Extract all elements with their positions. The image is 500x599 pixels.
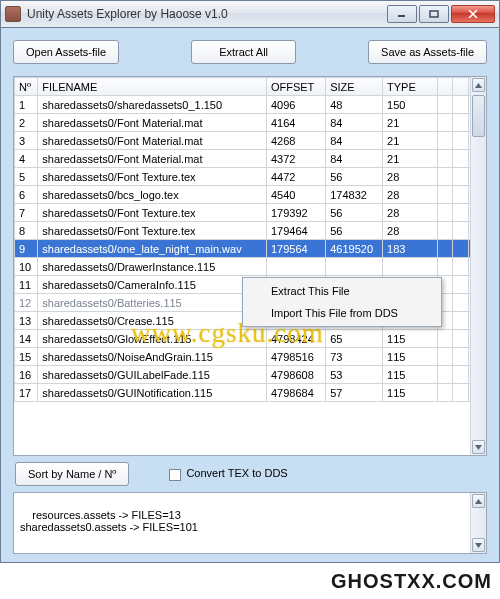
table-row[interactable]: 5sharedassets0/Font Texture.tex44725628: [15, 168, 484, 186]
cell-f: sharedassets0/sharedassets0_1.150: [38, 96, 267, 114]
context-menu: Extract This File Import This File from …: [242, 277, 442, 327]
cell-n: 9: [15, 240, 38, 258]
open-assets-label: Open Assets-file: [26, 46, 106, 58]
log-scrollbar[interactable]: [470, 493, 486, 553]
cell-f: sharedassets0/GUINotification.115: [38, 384, 267, 402]
cell-o: 4798516: [266, 348, 325, 366]
file-grid-scroll[interactable]: Nº FILENAME OFFSET SIZE TYPE 1sharedasse…: [14, 77, 486, 455]
maximize-button[interactable]: [419, 5, 449, 23]
cell-t: 28: [383, 204, 438, 222]
col-filename[interactable]: FILENAME: [38, 78, 267, 96]
cell-t: 28: [383, 222, 438, 240]
cell-n: 2: [15, 114, 38, 132]
cell-extra: [437, 96, 452, 114]
col-size[interactable]: SIZE: [326, 78, 383, 96]
cell-s: 48: [326, 96, 383, 114]
log-scroll-down[interactable]: [472, 538, 485, 552]
cell-n: 14: [15, 330, 38, 348]
log-scroll-up[interactable]: [472, 494, 485, 508]
cell-extra: [453, 330, 468, 348]
scroll-down-button[interactable]: [472, 440, 485, 454]
file-grid: Nº FILENAME OFFSET SIZE TYPE 1sharedasse…: [13, 76, 487, 456]
open-assets-button[interactable]: Open Assets-file: [13, 40, 119, 64]
grid-scrollbar[interactable]: [470, 77, 486, 455]
table-row[interactable]: 7sharedassets0/Font Texture.tex179392562…: [15, 204, 484, 222]
cell-o: 4798684: [266, 384, 325, 402]
col-offset[interactable]: OFFSET: [266, 78, 325, 96]
cell-o: 4164: [266, 114, 325, 132]
cell-o: [266, 258, 325, 276]
cell-o: 4798424: [266, 330, 325, 348]
minimize-button[interactable]: [387, 5, 417, 23]
extract-all-button[interactable]: Extract All: [191, 40, 296, 64]
window-controls: [387, 5, 495, 23]
table-row[interactable]: 10sharedassets0/DrawerInstance.115: [15, 258, 484, 276]
table-row[interactable]: 14sharedassets0/GlowEffect.1154798424651…: [15, 330, 484, 348]
col-num[interactable]: Nº: [15, 78, 38, 96]
cell-o: 4472: [266, 168, 325, 186]
convert-checkbox[interactable]: [169, 469, 181, 481]
table-row[interactable]: 15sharedassets0/NoiseAndGrain.1154798516…: [15, 348, 484, 366]
cell-s: 56: [326, 204, 383, 222]
cell-s: 4619520: [326, 240, 383, 258]
cell-s: 57: [326, 384, 383, 402]
options-row: Sort by Name / Nº Convert TEX to DDS: [15, 462, 485, 486]
cell-n: 6: [15, 186, 38, 204]
svg-rect-1: [430, 11, 438, 17]
extract-all-label: Extract All: [219, 46, 268, 58]
scroll-up-button[interactable]: [472, 78, 485, 92]
cell-o: 4540: [266, 186, 325, 204]
ctx-import-dds[interactable]: Import This File from DDS: [245, 302, 439, 324]
table-row[interactable]: 8sharedassets0/Font Texture.tex179464562…: [15, 222, 484, 240]
cell-f: sharedassets0/Font Texture.tex: [38, 204, 267, 222]
close-button[interactable]: [451, 5, 495, 23]
ctx-extract-label: Extract This File: [271, 285, 350, 297]
cell-extra: [437, 366, 452, 384]
file-table: Nº FILENAME OFFSET SIZE TYPE 1sharedasse…: [14, 77, 484, 402]
cell-f: sharedassets0/bcs_logo.tex: [38, 186, 267, 204]
cell-f: sharedassets0/Font Material.mat: [38, 132, 267, 150]
cell-extra: [453, 150, 468, 168]
cell-extra: [453, 384, 468, 402]
col-type[interactable]: TYPE: [383, 78, 438, 96]
convert-checkbox-wrap[interactable]: Convert TEX to DDS: [169, 467, 287, 480]
save-as-assets-button[interactable]: Save as Assets-file: [368, 40, 487, 64]
table-row[interactable]: 9sharedassets0/one_late_night_main.wav17…: [15, 240, 484, 258]
log-text: resources.assets -> FILES=13 sharedasset…: [20, 509, 198, 533]
toolbar: Open Assets-file Extract All Save as Ass…: [13, 40, 487, 64]
cell-s: 65: [326, 330, 383, 348]
scroll-thumb[interactable]: [472, 95, 485, 137]
cell-extra: [437, 384, 452, 402]
ctx-extract-file[interactable]: Extract This File: [245, 280, 439, 302]
cell-f: sharedassets0/DrawerInstance.115: [38, 258, 267, 276]
cell-f: sharedassets0/one_late_night_main.wav: [38, 240, 267, 258]
cell-extra: [453, 222, 468, 240]
cell-t: 28: [383, 186, 438, 204]
table-row[interactable]: 6sharedassets0/bcs_logo.tex454017483228: [15, 186, 484, 204]
cell-s: 73: [326, 348, 383, 366]
cell-extra: [453, 294, 468, 312]
cell-f: sharedassets0/GUILabelFade.115: [38, 366, 267, 384]
col-extra-2[interactable]: [453, 78, 468, 96]
table-row[interactable]: 4sharedassets0/Font Material.mat43728421: [15, 150, 484, 168]
watermark-ghostxx: GHOSTXX.COM: [331, 570, 492, 593]
titlebar: Unity Assets Explorer by Haoose v1.0: [0, 0, 500, 28]
cell-s: 84: [326, 150, 383, 168]
sort-button[interactable]: Sort by Name / Nº: [15, 462, 129, 486]
cell-n: 11: [15, 276, 38, 294]
table-row[interactable]: 16sharedassets0/GUILabelFade.11547986085…: [15, 366, 484, 384]
table-row[interactable]: 2sharedassets0/Font Material.mat41648421: [15, 114, 484, 132]
table-row[interactable]: 17sharedassets0/GUINotification.11547986…: [15, 384, 484, 402]
cell-extra: [453, 132, 468, 150]
cell-n: 4: [15, 150, 38, 168]
cell-t: [383, 258, 438, 276]
cell-n: 10: [15, 258, 38, 276]
cell-extra: [437, 240, 452, 258]
table-row[interactable]: 3sharedassets0/Font Material.mat42688421: [15, 132, 484, 150]
col-extra-1[interactable]: [437, 78, 452, 96]
cell-extra: [437, 168, 452, 186]
cell-extra: [453, 276, 468, 294]
cell-s: 174832: [326, 186, 383, 204]
cell-n: 12: [15, 294, 38, 312]
table-row[interactable]: 1sharedassets0/sharedassets0_1.150409648…: [15, 96, 484, 114]
